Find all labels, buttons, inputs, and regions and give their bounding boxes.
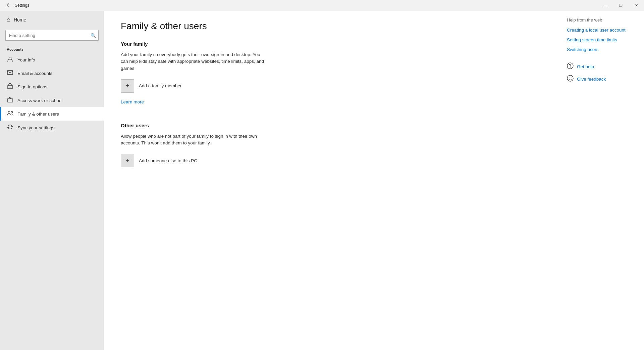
svg-point-6 [11,112,13,113]
get-help-label[interactable]: Get help [577,64,594,69]
sidebar: ⌂ Home 🔍 Accounts Your info Email & acco… [0,11,104,350]
sidebar-item-access-work-label: Access work or school [17,98,62,103]
titlebar: Settings — ❐ ✕ [0,0,644,11]
back-button[interactable] [4,1,12,9]
page-title: Family & other users [121,21,540,32]
svg-rect-4 [7,99,13,102]
svg-point-11 [571,78,572,78]
get-help-icon [567,62,574,71]
sidebar-home-label: Home [14,17,26,23]
svg-point-5 [8,111,10,113]
sidebar-item-sign-in-options[interactable]: Sign-in options [0,80,104,94]
home-icon: ⌂ [7,16,10,23]
get-help-action[interactable]: Get help [567,62,634,71]
svg-point-10 [569,78,570,78]
your-family-description: Add your family so everybody gets their … [121,51,268,72]
help-title: Help from the web [567,17,634,23]
sidebar-item-email-accounts-label: Email & accounts [17,71,52,76]
help-link-switching-users[interactable]: Switching users [567,47,634,53]
add-family-member-button[interactable]: + Add a family member [121,79,540,93]
svg-point-8 [570,67,571,68]
search-box: 🔍 [5,30,99,41]
give-feedback-action[interactable]: Give feedback [567,75,634,83]
your-info-icon [7,56,13,63]
access-work-icon [7,97,13,104]
help-panel: Help from the web Creating a local user … [557,11,644,350]
add-someone-else-label: Add someone else to this PC [139,158,197,163]
main-content: Family & other users Your family Add you… [104,11,557,350]
give-feedback-label[interactable]: Give feedback [577,77,606,82]
titlebar-title: Settings [15,3,29,8]
help-link-creating-local-user[interactable]: Creating a local user account [567,27,634,34]
accounts-label: Accounts [0,45,104,53]
sidebar-item-family-other-users[interactable]: Family & other users [0,107,104,121]
sidebar-item-sync-settings[interactable]: Sync your settings [0,121,104,135]
give-feedback-icon [567,75,574,83]
your-family-section: Your family Add your family so everybody… [121,41,540,115]
sidebar-item-sign-in-options-label: Sign-in options [17,84,47,89]
sidebar-item-family-other-users-label: Family & other users [17,112,59,117]
maximize-button[interactable]: ❐ [613,0,629,11]
app-body: ⌂ Home 🔍 Accounts Your info Email & acco… [0,11,644,350]
add-family-member-icon: + [121,79,134,93]
help-actions: Get help Give feedback [567,62,634,83]
sidebar-item-your-info-label: Your info [17,57,35,62]
svg-point-3 [10,87,11,88]
family-other-users-icon [7,111,13,117]
svg-point-9 [567,75,573,81]
other-users-description: Allow people who are not part of your fa… [121,133,268,147]
window-controls: — ❐ ✕ [598,0,644,11]
sidebar-item-access-work[interactable]: Access work or school [0,94,104,107]
add-family-member-label: Add a family member [139,83,182,88]
svg-rect-1 [7,71,13,75]
email-accounts-icon [7,70,13,76]
other-users-title: Other users [121,123,540,128]
search-input[interactable] [5,30,99,41]
add-someone-else-button[interactable]: + Add someone else to this PC [121,154,540,167]
sidebar-item-your-info[interactable]: Your info [0,53,104,67]
sync-settings-icon [7,124,13,131]
search-button[interactable]: 🔍 [89,31,98,40]
sidebar-item-sync-settings-label: Sync your settings [17,125,54,130]
your-family-title: Your family [121,41,540,47]
close-button[interactable]: ✕ [629,0,644,11]
sidebar-home[interactable]: ⌂ Home [0,11,104,29]
add-someone-else-icon: + [121,154,134,167]
sidebar-item-email-accounts[interactable]: Email & accounts [0,67,104,80]
learn-more-link[interactable]: Learn more [121,99,144,104]
help-link-screen-time[interactable]: Setting screen time limits [567,37,634,43]
other-users-section: Other users Allow people who are not par… [121,123,540,168]
sign-in-options-icon [7,83,13,90]
minimize-button[interactable]: — [598,0,613,11]
